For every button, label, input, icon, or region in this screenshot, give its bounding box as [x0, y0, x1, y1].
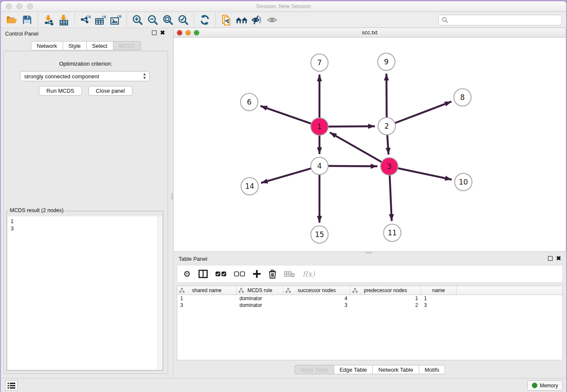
graph-node-9[interactable]: 9	[378, 53, 395, 71]
zoom-fit-icon[interactable]	[160, 13, 176, 27]
criterion-select[interactable]: strongly connected component ▲▼	[20, 71, 150, 81]
graph-edge-3-1[interactable]	[330, 133, 382, 163]
graph-node-14[interactable]: 14	[241, 178, 259, 195]
refresh-layout-icon[interactable]	[197, 13, 212, 27]
column-header-label: shared name	[192, 287, 221, 293]
table-panel-buttons: ✖	[548, 256, 561, 261]
select-stepper-icon: ▲▼	[143, 72, 146, 80]
window-title: Session: New Session	[1, 3, 566, 9]
graph-edge-2-3[interactable]	[387, 134, 388, 155]
create-column-icon[interactable]	[253, 268, 261, 279]
graph-edge-4-14[interactable]	[261, 168, 312, 183]
column-header-name[interactable]: name	[421, 286, 457, 295]
graph-edge-2-9[interactable]	[386, 74, 387, 118]
deselect-all-rows-icon[interactable]	[234, 268, 245, 279]
column-header-successor-nodes[interactable]: successor nodes	[284, 286, 350, 295]
graph-node-15[interactable]: 15	[311, 226, 328, 243]
table-cell[interactable]: 3	[284, 302, 350, 309]
function-builder-icon: f(x)	[303, 268, 315, 279]
zoom-selected-icon[interactable]	[176, 13, 191, 27]
zoom-in-icon[interactable]	[130, 13, 145, 27]
close-panel-button[interactable]: Close panel	[88, 86, 133, 96]
select-all-rows-icon[interactable]	[215, 268, 226, 279]
table-toolbar: ⚙ f(x)	[177, 265, 563, 283]
graph-node-6[interactable]: 6	[241, 94, 258, 111]
graph-edge-1-6[interactable]	[260, 106, 312, 124]
column-header-shared-name[interactable]: shared name	[177, 286, 237, 295]
column-header-MCDS-role[interactable]: MCDS role	[237, 286, 284, 295]
save-session-icon[interactable]	[19, 13, 35, 27]
show-columns-icon[interactable]	[198, 268, 208, 279]
table-cell[interactable]: 2	[350, 302, 421, 309]
table-cell[interactable]: dominator	[237, 295, 284, 302]
float-panel-icon[interactable]	[548, 256, 553, 261]
show-all-icon[interactable]	[264, 13, 280, 27]
search-input[interactable]	[449, 16, 561, 25]
result-scrollbar[interactable]	[157, 216, 162, 370]
zoom-out-icon[interactable]	[145, 13, 160, 27]
table-cell[interactable]: 3	[177, 302, 237, 309]
memory-button[interactable]: Memory	[527, 380, 563, 391]
network-canvas[interactable]: 7968124314101511	[174, 38, 565, 251]
mcds-result-area[interactable]: 1 3	[8, 216, 162, 370]
mcds-result-text: 1 3	[8, 216, 157, 370]
tab-network[interactable]: Network	[31, 41, 63, 50]
criterion-value: strongly connected component	[24, 73, 99, 80]
column-header-predecessor-nodes[interactable]: predecessor nodes	[350, 286, 421, 295]
first-neighbors-icon[interactable]	[234, 13, 249, 27]
graph-node-4[interactable]: 4	[311, 157, 328, 175]
graph-edge-3-10[interactable]	[397, 168, 452, 179]
import-table-icon[interactable]	[56, 13, 72, 27]
table-row-1[interactable]: 3dominator323	[177, 302, 562, 309]
export-image-icon[interactable]	[108, 13, 124, 27]
run-mcds-button[interactable]: Run MCDS	[39, 86, 82, 96]
tab-network-table[interactable]: Network Table	[373, 365, 419, 374]
graph-node-label: 1	[317, 122, 322, 131]
column-tree-icon	[179, 288, 184, 293]
table-row-0[interactable]: 1dominator411	[177, 295, 562, 302]
tab-mcds[interactable]: MCDS	[113, 41, 141, 50]
graph-edge-2-8[interactable]	[394, 102, 451, 123]
float-panel-icon[interactable]	[152, 30, 157, 35]
tab-style[interactable]: Style	[63, 41, 87, 50]
export-network-icon[interactable]	[78, 13, 93, 27]
table-cell[interactable]: 1	[177, 295, 237, 302]
delete-column-icon[interactable]	[269, 268, 276, 279]
table-settings-icon[interactable]: ⚙	[183, 268, 191, 279]
graph-node-3[interactable]: 3	[381, 158, 398, 175]
tab-edge-table[interactable]: Edge Table	[334, 365, 373, 374]
graph-node-2[interactable]: 2	[378, 118, 396, 135]
node-table[interactable]: shared nameMCDS rolesuccessor nodesprede…	[177, 286, 563, 360]
network-graph[interactable]: 7968124314101511	[174, 38, 565, 251]
open-folder-icon[interactable]	[4, 13, 19, 27]
status-bar: Memory	[1, 378, 566, 392]
graph-node-10[interactable]: 10	[455, 174, 472, 191]
hide-selected-icon[interactable]	[249, 13, 264, 27]
graph-node-7[interactable]: 7	[311, 54, 328, 72]
task-history-button[interactable]	[5, 380, 18, 391]
tab-select[interactable]: Select	[87, 41, 113, 50]
graph-edge-3-11[interactable]	[390, 174, 392, 221]
table-panel-title: Table Panel	[179, 256, 207, 262]
graph-node-11[interactable]: 11	[384, 224, 401, 242]
duplicate-network-icon[interactable]	[219, 13, 234, 27]
table-header-row: shared nameMCDS rolesuccessor nodesprede…	[177, 286, 562, 295]
close-panel-icon[interactable]: ✖	[556, 256, 561, 261]
table-cell[interactable]: 1	[421, 295, 457, 302]
table-cell[interactable]: dominator	[237, 302, 284, 309]
table-cell[interactable]: 1	[350, 295, 421, 302]
graph-edge-1-2[interactable]	[328, 126, 375, 127]
tab-motifs[interactable]: Motifs	[419, 365, 445, 374]
table-cell[interactable]: 4	[284, 295, 350, 302]
graph-edge-4-3[interactable]	[328, 166, 377, 166]
table-cell[interactable]: 3	[421, 302, 457, 309]
close-panel-icon[interactable]: ✖	[160, 30, 165, 35]
table-tabs: Node Table Edge Table Network Table Moti…	[295, 365, 445, 374]
export-table-icon[interactable]	[93, 13, 108, 27]
tab-node-table[interactable]: Node Table	[295, 365, 334, 374]
destroy-table-icon	[284, 268, 295, 279]
import-network-icon[interactable]	[41, 13, 56, 27]
app-window: Session: New Session	[1, 1, 566, 392]
graph-node-8[interactable]: 8	[454, 89, 471, 106]
graph-node-1[interactable]: 1	[311, 118, 328, 135]
